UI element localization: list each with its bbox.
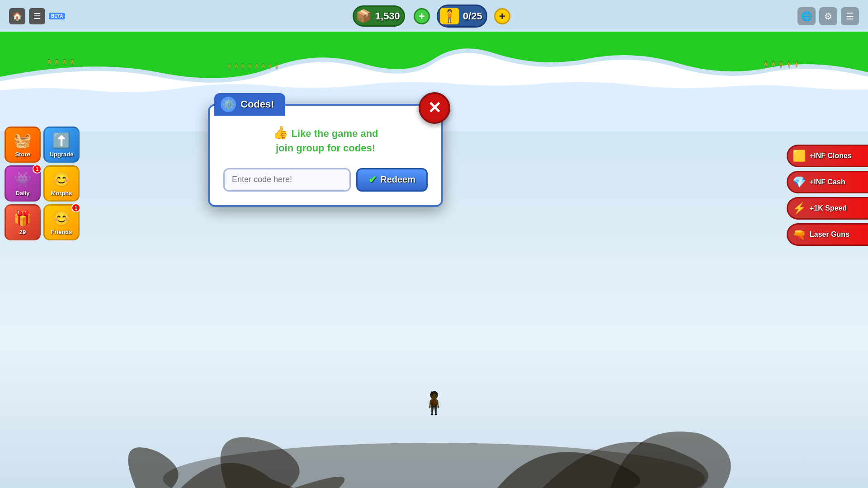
menu-icon[interactable]: ☰ (841, 7, 859, 25)
inf-cash-button[interactable]: 💎 +INF Cash (787, 171, 868, 193)
morphs-label: Morphs (51, 190, 72, 197)
cash-value: 1,530 (375, 10, 400, 22)
top-right-icons: 🌐 ⚙ ☰ (797, 7, 859, 25)
daily-button[interactable]: 👾 Daily 1 (5, 165, 41, 202)
add-player-button[interactable]: + (494, 8, 510, 24)
friends-badge: 1 (71, 203, 80, 212)
laser-guns-icon: 🔫 (793, 228, 806, 241)
store-label: Store (15, 151, 30, 158)
background-enemies: 🧍🧍🧍🧍 (45, 59, 76, 66)
background-enemies-mid: 🧍🧍🧍🧍🧍🧍🧍🧍 (226, 63, 280, 70)
morphs-icon: 😊 (52, 171, 71, 188)
modal-close-button[interactable]: ✕ (419, 92, 450, 124)
player-count: 0/25 (463, 10, 482, 22)
store-button[interactable]: 🧺 Store (5, 127, 41, 163)
friends-label: Friends (51, 229, 72, 235)
morphs-button[interactable]: 😊 Morphs (43, 165, 80, 202)
inf-clones-button[interactable]: 🟨 +INF Clones (787, 145, 868, 167)
1k-speed-icon: ⚡ (793, 202, 806, 215)
player-icon: 🧍 (440, 8, 459, 24)
modal-message-line2: join group for codes! (276, 142, 375, 154)
upgrade-button[interactable]: ⬆️ Upgrade (43, 127, 80, 163)
daily-label: Daily (15, 190, 29, 197)
network-icon[interactable]: 🌐 (797, 7, 816, 25)
daily-icon: 👾 (14, 171, 32, 188)
modal-input-row: ✔ Redeem (223, 168, 428, 192)
inf-clones-label: +INF Clones (810, 152, 852, 160)
menu-button[interactable]: ☰ (29, 8, 45, 24)
laser-guns-button[interactable]: 🔫 Laser Guns (787, 223, 868, 246)
modal-message-line1: Like the game and (292, 128, 378, 139)
settings-icon[interactable]: ⚙ (819, 7, 837, 25)
gift-button[interactable]: 🎁 29 (5, 204, 41, 240)
modal-title-bar: ⚙️ Codes! (214, 93, 285, 116)
redeem-label: Redeem (380, 174, 415, 185)
cash-icon: 📦 (356, 9, 372, 23)
player-bar: 🧍 0/25 (437, 5, 487, 28)
laser-guns-label: Laser Guns (810, 230, 849, 239)
add-cash-button[interactable]: + (414, 8, 430, 24)
code-input[interactable] (223, 168, 351, 192)
right-sidebar: 🟨 +INF Clones 💎 +INF Cash ⚡ +1K Speed 🔫 … (787, 145, 868, 246)
redeem-button[interactable]: ✔ Redeem (356, 168, 428, 192)
player-character: 🧍 (420, 390, 448, 416)
thumbs-up-icon: 👍 (273, 126, 288, 140)
shadow-tentacles (0, 262, 868, 488)
friends-button[interactable]: 😊 Friends 1 (43, 204, 80, 240)
friends-icon: 😊 (52, 210, 71, 227)
daily-badge: 1 (33, 164, 42, 174)
codes-modal: ⚙️ Codes! ✕ 👍 Like the game and join gro… (208, 104, 443, 207)
check-icon: ✔ (368, 174, 377, 186)
gift-label: 29 (19, 229, 26, 235)
upgrade-icon: ⬆️ (52, 132, 71, 149)
currency-area: 📦 1,530 + 🧍 0/25 + (353, 5, 510, 28)
cash-bar: 📦 1,530 (353, 5, 405, 27)
home-button[interactable]: 🏠 (9, 8, 25, 24)
inf-cash-label: +INF Cash (810, 178, 845, 186)
modal-message: 👍 Like the game and join group for codes… (223, 124, 428, 155)
left-sidebar: 🧺 Store ⬆️ Upgrade 👾 Daily 1 😊 Morphs 🎁 … (5, 127, 80, 240)
close-icon: ✕ (428, 99, 441, 117)
top-left-icons: 🏠 ☰ BETA (9, 8, 65, 24)
1k-speed-button[interactable]: ⚡ +1K Speed (787, 197, 868, 220)
background-enemies-right: 🧍🧍🧍🧍🧍 (762, 61, 800, 68)
modal-title-icon: ⚙️ (221, 97, 236, 112)
1k-speed-label: +1K Speed (810, 204, 847, 212)
gift-icon: 🎁 (14, 210, 32, 227)
top-hud: 🏠 ☰ BETA 📦 1,530 + 🧍 0/25 + 🌐 ⚙ ☰ (0, 5, 868, 28)
modal-title: Codes! (241, 99, 274, 110)
inf-clones-icon: 🟨 (793, 150, 806, 162)
store-icon: 🧺 (14, 132, 32, 149)
upgrade-label: Upgrade (50, 151, 74, 158)
green-top-bar (0, 34, 868, 47)
beta-badge: BETA (49, 13, 65, 19)
inf-cash-icon: 💎 (793, 176, 806, 188)
